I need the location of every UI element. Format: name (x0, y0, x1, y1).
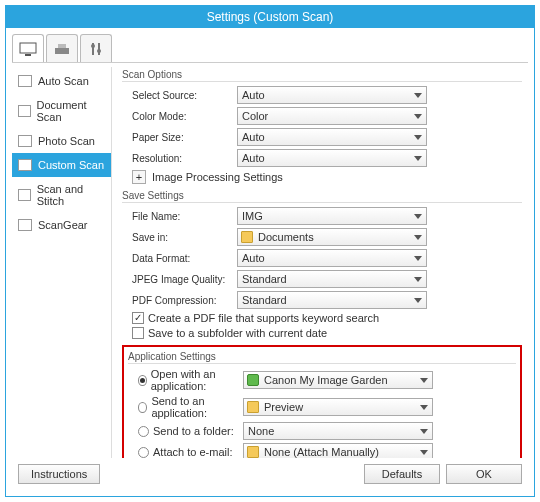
color-mode-label: Color Mode: (122, 111, 237, 122)
monitor-icon (19, 42, 37, 56)
open-app-label: Open with an application: (151, 368, 243, 392)
sidebar-item-document-scan[interactable]: Document Scan (12, 93, 111, 129)
paper-size-label: Paper Size: (122, 132, 237, 143)
sidebar-item-scangear[interactable]: ScanGear (12, 213, 111, 237)
jpeg-quality-label: JPEG Image Quality: (122, 274, 237, 285)
save-settings-title: Save Settings (122, 190, 522, 203)
sidebar-item-scan-stitch[interactable]: Scan and Stitch (12, 177, 111, 213)
sidebar: Auto Scan Document Scan Photo Scan Custo… (12, 67, 112, 458)
subfolder-checkbox[interactable] (132, 327, 144, 339)
svg-point-6 (91, 44, 95, 48)
color-mode-dropdown[interactable]: Color (237, 107, 427, 125)
settings-dialog: Settings (Custom Scan) Auto Scan Documen… (5, 5, 535, 497)
send-folder-label: Send to a folder: (153, 425, 234, 437)
pdf-compression-label: PDF Compression: (122, 295, 237, 306)
instructions-button[interactable]: Instructions (18, 464, 100, 484)
send-folder-dropdown[interactable]: None (243, 422, 433, 440)
window-title: Settings (Custom Scan) (6, 6, 534, 28)
pdf-keyword-label: Create a PDF file that supports keyword … (148, 312, 379, 324)
tab-scan-from-panel[interactable] (46, 34, 78, 62)
doc-icon (18, 219, 32, 231)
folder-icon (241, 231, 253, 243)
select-source-label: Select Source: (122, 90, 237, 101)
send-app-label: Send to an application: (151, 395, 243, 419)
svg-rect-1 (25, 54, 31, 56)
send-folder-radio[interactable] (138, 426, 149, 437)
open-app-dropdown[interactable]: Canon My Image Garden (243, 371, 433, 389)
doc-icon (18, 105, 31, 117)
svg-point-7 (97, 49, 101, 53)
folder-icon (247, 446, 259, 458)
save-settings-group: Save Settings File Name:IMG Save in:Docu… (122, 190, 522, 339)
resolution-dropdown[interactable]: Auto (237, 149, 427, 167)
attach-email-dropdown[interactable]: None (Attach Manually) (243, 443, 433, 458)
data-format-dropdown[interactable]: Auto (237, 249, 427, 267)
tools-icon (88, 41, 104, 57)
content-area: Auto Scan Document Scan Photo Scan Custo… (6, 28, 534, 496)
doc-icon (18, 189, 31, 201)
tab-scan-from-computer[interactable] (12, 34, 44, 62)
open-app-radio[interactable] (138, 375, 147, 386)
scanner-icon (53, 42, 71, 56)
jpeg-quality-dropdown[interactable]: Standard (237, 270, 427, 288)
sidebar-item-photo-scan[interactable]: Photo Scan (12, 129, 111, 153)
dialog-footer: Instructions Defaults OK (12, 458, 528, 490)
select-source-dropdown[interactable]: Auto (237, 86, 427, 104)
expand-image-processing[interactable]: + (132, 170, 146, 184)
attach-email-radio[interactable] (138, 447, 149, 458)
send-app-dropdown[interactable]: Preview (243, 398, 433, 416)
attach-email-label: Attach to e-mail: (153, 446, 232, 458)
defaults-button[interactable]: Defaults (364, 464, 440, 484)
scan-options-group: Scan Options Select Source:Auto Color Mo… (122, 69, 522, 184)
image-processing-label: Image Processing Settings (152, 171, 283, 183)
app-settings-title: Application Settings (128, 351, 516, 364)
doc-icon (18, 75, 32, 87)
pdf-compression-dropdown[interactable]: Standard (237, 291, 427, 309)
tab-general-settings[interactable] (80, 34, 112, 62)
svg-rect-2 (55, 48, 69, 54)
file-name-field[interactable]: IMG (237, 207, 427, 225)
save-in-label: Save in: (122, 232, 237, 243)
app-settings-group: Application Settings Open with an applic… (128, 351, 516, 458)
ok-button[interactable]: OK (446, 464, 522, 484)
send-app-radio[interactable] (138, 402, 147, 413)
folder-icon (247, 401, 259, 413)
svg-rect-0 (20, 43, 36, 53)
doc-icon (18, 135, 32, 147)
file-name-label: File Name: (122, 211, 237, 222)
scan-options-title: Scan Options (122, 69, 522, 82)
main-wrap: Auto Scan Document Scan Photo Scan Custo… (12, 67, 528, 458)
sidebar-item-auto-scan[interactable]: Auto Scan (12, 69, 111, 93)
data-format-label: Data Format: (122, 253, 237, 264)
app-icon (247, 374, 259, 386)
svg-rect-3 (58, 44, 66, 48)
paper-size-dropdown[interactable]: Auto (237, 128, 427, 146)
save-in-dropdown[interactable]: Documents (237, 228, 427, 246)
top-tabs (12, 34, 528, 63)
resolution-label: Resolution: (122, 153, 237, 164)
application-settings-highlight: Application Settings Open with an applic… (122, 345, 522, 458)
main-panel: Scan Options Select Source:Auto Color Mo… (112, 67, 528, 458)
subfolder-label: Save to a subfolder with current date (148, 327, 327, 339)
doc-icon (18, 159, 32, 171)
sidebar-item-custom-scan[interactable]: Custom Scan (12, 153, 111, 177)
pdf-keyword-checkbox[interactable] (132, 312, 144, 324)
